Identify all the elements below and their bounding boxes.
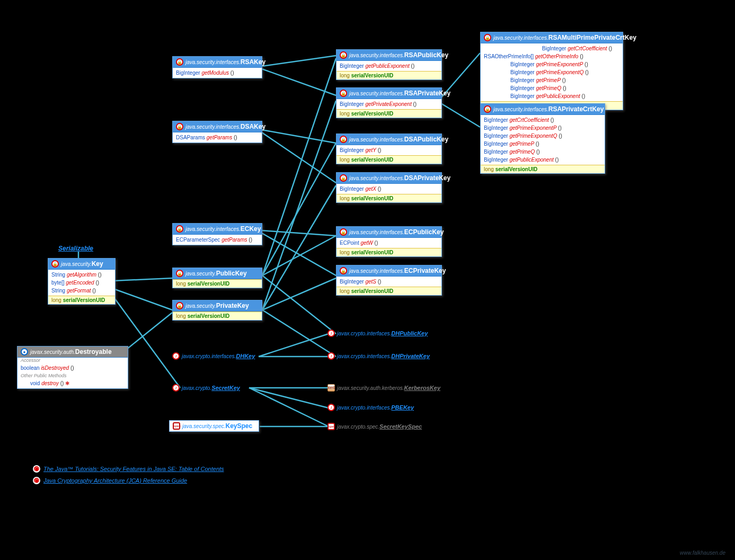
oracle-icon: ◯ [33, 477, 40, 484]
box-key: 🔒 java.security.Key String getAlgorithm … [48, 258, 116, 305]
svg-line-16 [262, 230, 336, 236]
box-key-methods: String getAlgorithm () byte[] getEncoded… [48, 270, 115, 296]
footer-brand: www.falkhausen.de [680, 550, 725, 556]
spec-icon: spec [173, 422, 180, 430]
box-rsapublickey: 🔒java.security.interfaces.RSAPublicKey B… [336, 49, 442, 80]
interface-icon: 🔒 [340, 51, 347, 59]
interface-icon: 🔒 [484, 34, 491, 41]
svg-line-18 [259, 334, 329, 357]
box-ecprivatekey: 🔒java.security.interfaces.ECPrivateKey B… [336, 265, 442, 296]
box-keyspec: spec java.security.spec.KeySpec [169, 420, 259, 432]
svg-line-6 [262, 275, 336, 334]
interface-icon: I [172, 352, 180, 360]
box-rsakey: 🔒java.security.interfaces.RSAKey BigInte… [172, 56, 262, 78]
box-key-field: long serialVersionUID [48, 296, 115, 304]
svg-line-7 [262, 101, 336, 310]
link-jca[interactable]: ◯ Java Cryptography Architecture (JCA) R… [33, 477, 187, 484]
box-dsakey: 🔒java.security.interfaces.DSAKey DSAPara… [172, 121, 262, 143]
box-ecpublickey: 🔒java.security.interfaces.ECPublicKey EC… [336, 226, 442, 257]
interface-icon: I [327, 352, 335, 360]
mini-secretkeyspec[interactable]: spec javax.crypto.spec.SecretKeySpec [327, 423, 422, 430]
interface-icon: 🔒 [176, 302, 183, 309]
interface-icon: 🔒 [176, 270, 183, 277]
spec-icon: spec [327, 423, 335, 430]
interface-icon: 🔒 [484, 105, 491, 113]
interface-icon: 🔒 [340, 228, 347, 236]
box-dsaprivatekey: 🔒java.security.interfaces.DSAPrivateKey … [336, 172, 442, 203]
svg-line-13 [262, 69, 336, 95]
box-dsapublickey: 🔒java.security.interfaces.DSAPublicKey B… [336, 134, 442, 164]
interface-icon: 🔒 [340, 136, 347, 143]
mini-dhkey[interactable]: I javax.crypto.interfaces.DHKey [172, 352, 255, 360]
mini-dhpublickey[interactable]: I javax.crypto.interfaces.DHPublicKey [327, 330, 428, 337]
kerberos-icon: kerb [327, 384, 335, 392]
interface-icon: I [327, 330, 335, 337]
svg-line-2 [113, 289, 172, 310]
interface-icon: 🔒 [340, 267, 347, 274]
interface-icon: 🔒 [340, 174, 347, 182]
svg-line-11 [126, 313, 172, 350]
svg-line-22 [249, 388, 329, 426]
interface-icon: 🔒 [176, 58, 183, 66]
link-tutorials[interactable]: ◯ The Java™ Tutorials: Security Features… [33, 465, 224, 473]
interface-icon: 🔒 [51, 260, 59, 268]
svg-line-25 [441, 103, 480, 127]
svg-line-5 [262, 236, 336, 275]
box-rsaprivatecrt: 🔒java.security.interfaces.RSAPrivateCrtK… [480, 103, 605, 174]
mini-pbekey[interactable]: I javax.crypto.interfaces.PBEKey [327, 404, 414, 411]
svg-line-12 [262, 56, 336, 66]
interface-icon: 🔒 [340, 90, 347, 97]
box-rsamultiprime: 🔒java.security.interfaces.RSAMultiPrimeP… [480, 32, 623, 110]
svg-line-21 [249, 388, 329, 408]
svg-line-3 [262, 58, 336, 275]
svg-line-10 [262, 310, 336, 357]
interface-icon: 🔒 [176, 123, 183, 130]
interface-icon: I [172, 384, 180, 392]
oracle-icon: ◯ [33, 465, 40, 473]
box-destroyable: ● javax.security.auth.Destroyable Access… [17, 346, 128, 389]
svg-line-17 [262, 233, 336, 275]
interface-icon: ● [21, 348, 28, 355]
box-key-header: 🔒 java.security.Key [48, 259, 115, 270]
box-privatekey: 🔒java.security.PrivateKey long serialVer… [172, 300, 262, 321]
label-serializable: Serializable [58, 245, 93, 252]
interface-icon: I [327, 404, 335, 411]
svg-line-1 [113, 278, 172, 281]
box-publickey: 🔒java.security.PublicKey long serialVers… [172, 268, 262, 288]
svg-line-4 [262, 143, 336, 275]
mini-secretkey[interactable]: I javax.crypto.SecretKey [172, 384, 240, 392]
svg-line-9 [262, 278, 336, 310]
mini-kerberoskey[interactable]: kerb javax.security.auth.kerberos.Kerber… [327, 384, 440, 392]
mini-dhprivatekey[interactable]: I javax.crypto.interfaces.DHPrivateKey [327, 352, 430, 360]
box-destroyable-header: ● javax.security.auth.Destroyable [17, 346, 128, 358]
box-rsaprivatekey: 🔒java.security.interfaces.RSAPrivateKey … [336, 87, 442, 118]
svg-line-8 [262, 185, 336, 310]
svg-line-15 [262, 132, 336, 183]
box-eckey: 🔒java.security.interfaces.ECKey ECParame… [172, 223, 262, 245]
interface-icon: 🔒 [176, 225, 183, 233]
svg-line-14 [262, 130, 336, 143]
